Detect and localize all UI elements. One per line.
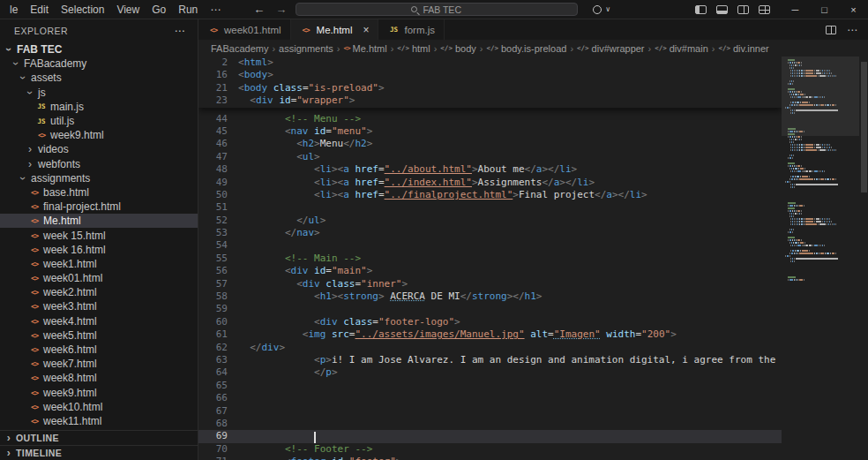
tree-item-week8-html[interactable]: <>week8.html xyxy=(0,371,198,385)
code-line-57[interactable]: 57 <div class="inner"> xyxy=(198,278,782,290)
minimize-button[interactable]: ─ xyxy=(781,0,810,19)
tree-item-week01-html[interactable]: <>week01.html xyxy=(0,271,198,285)
forward-icon[interactable]: → xyxy=(275,3,287,16)
tree-item-week9-html[interactable]: <>week9.html xyxy=(0,386,198,400)
menu-file[interactable]: le xyxy=(4,0,24,19)
tree-item-week-16-html[interactable]: <>week 16.html xyxy=(0,243,198,257)
menu-edit[interactable]: Edit xyxy=(24,0,55,19)
section-outline[interactable]: ›OUTLINE xyxy=(0,430,198,445)
tree-item-fabacademy[interactable]: ›FABacademy xyxy=(0,57,198,71)
tree-item-assets[interactable]: ›assets xyxy=(0,71,198,85)
tab-me-html[interactable]: <>Me.html× xyxy=(291,19,379,40)
menu-run[interactable]: Run xyxy=(172,0,204,19)
menu-go[interactable]: Go xyxy=(146,0,172,19)
code-line-45[interactable]: 45 <nav id="menu"> xyxy=(198,125,782,138)
menu-view[interactable]: View xyxy=(110,0,146,19)
code-line-67[interactable]: 67 xyxy=(198,405,782,418)
code-line-47[interactable]: 47 <ul> xyxy=(198,151,782,163)
breadcrumb-item-assignments[interactable]: assignments xyxy=(279,43,333,54)
breadcrumb-item-div-wrapper[interactable]: </>div#wrapper xyxy=(577,43,644,54)
code-line-59[interactable]: 59 xyxy=(198,303,782,315)
tree-item-week7-html[interactable]: <>week7.html xyxy=(0,357,198,371)
close-button[interactable]: × xyxy=(839,0,868,19)
tree-item-week5-html[interactable]: <>week5.html xyxy=(0,328,198,343)
toggle-primary-sidebar-icon[interactable] xyxy=(695,5,707,14)
scrollbar-thumb[interactable] xyxy=(861,62,867,192)
minimap[interactable] xyxy=(782,57,859,460)
code-line-52[interactable]: 52 </ul> xyxy=(198,215,782,227)
code-line-55[interactable]: 55 <!-- Main --> xyxy=(198,253,782,265)
code-line-64[interactable]: 64 </p> xyxy=(198,366,782,379)
back-icon[interactable]: ← xyxy=(253,3,265,16)
breadcrumb-item-html[interactable]: </>html xyxy=(397,43,430,54)
tree-item-js[interactable]: ›js xyxy=(0,86,198,100)
menu-more[interactable]: ⋯ xyxy=(204,0,227,19)
breadcrumb-item-body-is-preload[interactable]: </>body.is-preload xyxy=(486,43,566,54)
code-line-21[interactable]: 21<body class="is-preload"> xyxy=(198,82,782,94)
tree-item-week6-html[interactable]: <>week6.html xyxy=(0,343,198,357)
workspace-root[interactable]: › FAB TEC xyxy=(0,42,198,57)
breadcrumb-item-div-main[interactable]: </>div#main xyxy=(655,43,708,54)
code-line-62[interactable]: 62 </div> xyxy=(198,342,782,354)
code-line-48[interactable]: 48 <li><a href="../about.html">About me<… xyxy=(198,163,782,176)
code-line-63[interactable]: 63 <p>i! I am Jose Alvarez. I am an desi… xyxy=(198,354,782,366)
code-line-54[interactable]: 54 xyxy=(198,239,782,252)
tree-item-week9-html[interactable]: <>week9.html xyxy=(0,128,198,142)
close-icon[interactable]: × xyxy=(363,24,369,36)
code-line-51[interactable]: 51 xyxy=(198,201,782,214)
tree-item-me-html[interactable]: <>Me.html xyxy=(0,214,198,228)
code-line-46[interactable]: 46 <h2>Menu</h2> xyxy=(198,138,782,150)
tab-week01-html[interactable]: <>week01.html xyxy=(198,19,291,40)
tree-item-week3-html[interactable]: <>week3.html xyxy=(0,299,198,313)
code-line-2[interactable]: 2<html> xyxy=(198,57,782,69)
tab-form-js[interactable]: JSform.js xyxy=(378,19,445,40)
minimap-slider[interactable] xyxy=(782,57,859,136)
tree-item-videos[interactable]: ›videos xyxy=(0,142,198,156)
code-line-56[interactable]: 56 <div id="main"> xyxy=(198,265,782,277)
code-line-16[interactable]: 16<body> xyxy=(198,69,782,81)
customize-layout-icon[interactable] xyxy=(759,5,770,14)
command-center-search[interactable]: FAB TEC xyxy=(296,3,578,16)
code-line-44[interactable]: 44 <!-- Menu --> xyxy=(198,113,782,125)
tree-item-assignments[interactable]: ›assignments xyxy=(0,171,198,185)
code-line-70[interactable]: 70 <!-- Footer --> xyxy=(198,443,782,456)
code-line-66[interactable]: 66 xyxy=(198,392,782,404)
code-line-49[interactable]: 49 <li><a href="../index.html">Assignmen… xyxy=(198,177,782,189)
code-line-69[interactable]: 69 xyxy=(198,430,782,442)
tree-item-week11-html[interactable]: <>week11.html xyxy=(0,414,198,428)
tree-item-final-project-html[interactable]: <>final-project.html xyxy=(0,200,198,214)
toggle-secondary-sidebar-icon[interactable] xyxy=(737,5,749,14)
maximize-button[interactable]: □ xyxy=(810,0,839,19)
tree-item-webfonts[interactable]: ›webfonts xyxy=(0,157,198,171)
code-line-53[interactable]: 53 </nav> xyxy=(198,227,782,239)
code-editor[interactable]: 2<html>16<body>21<body class="is-preload… xyxy=(198,57,782,460)
menu-selection[interactable]: Selection xyxy=(55,0,110,19)
breadcrumb-item-fabacademy[interactable]: FABacademy xyxy=(211,43,268,54)
split-editor-icon[interactable] xyxy=(826,26,836,34)
code-line-23[interactable]: 23 <div id="wrapper"> xyxy=(198,94,782,107)
code-line-68[interactable]: 68 xyxy=(198,418,782,430)
editor-scrollbar[interactable] xyxy=(859,57,868,460)
tree-item-week10-html[interactable]: <>week10.html xyxy=(0,400,198,414)
copilot-menu-button[interactable]: ∨ xyxy=(593,5,610,14)
tree-item-base-html[interactable]: <>base.html xyxy=(0,185,198,200)
code-line-71[interactable]: 71 <footer id="footer"> xyxy=(198,456,782,460)
breadcrumb-item-body[interactable]: </>body xyxy=(440,43,475,54)
code-line-50[interactable]: 50 <li><a href="../finalproject.html">Fi… xyxy=(198,189,782,201)
editor-more-icon[interactable]: ⋯ xyxy=(847,24,857,36)
tree-item-week-15-html[interactable]: <>week 15.html xyxy=(0,228,198,242)
tree-item-week4-html[interactable]: <>week4.html xyxy=(0,314,198,328)
explorer-more-icon[interactable]: ⋯ xyxy=(175,25,186,37)
tree-item-week2-html[interactable]: <>week2.html xyxy=(0,285,198,299)
tree-item-main-js[interactable]: JSmain.js xyxy=(0,100,198,114)
toggle-panel-icon[interactable] xyxy=(716,5,728,14)
tree-item-week1-html[interactable]: <>week1.html xyxy=(0,257,198,271)
code-line-61[interactable]: 61 <img src="../assets/images/Manuel.jpg… xyxy=(198,328,782,341)
code-line-60[interactable]: 60 <div class="footer-logo"> xyxy=(198,316,782,328)
code-line-65[interactable]: 65 xyxy=(198,380,782,392)
code-line-58[interactable]: 58 <h1><strong> ACERCA DE MI</strong></h… xyxy=(198,290,782,303)
tree-item-util-js[interactable]: JSutil.js xyxy=(0,114,198,128)
breadcrumb-item-div-inner[interactable]: </>div.inner xyxy=(718,43,768,54)
section-timeline[interactable]: ›TIMELINE xyxy=(0,445,198,460)
breadcrumb-item-me-html[interactable]: <>Me.html xyxy=(344,43,387,54)
